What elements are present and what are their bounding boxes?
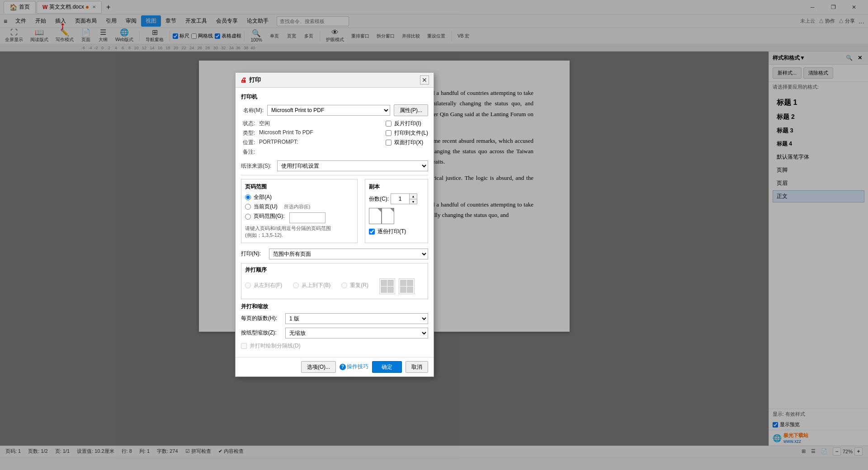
repeat-label: 重复(R) (350, 282, 368, 289)
current-page-label: 当前页(U) (254, 203, 278, 211)
duplex-row: 双面打印(X) (386, 139, 428, 146)
current-page-radio[interactable] (245, 204, 251, 210)
dialog-title-icon: 🖨 (240, 76, 246, 84)
dialog-content: 打印机 名称(M): Microsoft Print to PDF 属性(P).… (236, 88, 434, 357)
selection-label: 所选内容(E) (284, 203, 311, 210)
reverse-print-row: 反片打印(I) (386, 120, 428, 127)
direction-grid (379, 278, 395, 294)
current-page-row[interactable]: 当前页(U) 所选内容(E) (245, 203, 354, 211)
print-options: 反片打印(I) 打印到文件(L) 双面打印(X) (386, 120, 428, 158)
page-icon-2 (382, 208, 394, 224)
dividers-check[interactable] (241, 343, 247, 349)
type-value: Microsoft Print To PDF (259, 129, 313, 137)
dividers-label: 并打时绘制分隔线(D) (250, 342, 301, 350)
scale-row: 按纸型缩放(Z): 无缩放 (241, 328, 428, 338)
name-label: 名称(M): (241, 107, 264, 114)
hint-text: 请键入页码和/或用逗号分隔的页码范围(例如：1,3,5-12). (245, 225, 335, 239)
dir-cell-7 (400, 287, 406, 293)
print-to-file-check[interactable] (386, 130, 392, 136)
printer-select[interactable]: Microsoft Print to PDF (267, 105, 390, 116)
printer-section-title: 打印机 (241, 93, 428, 101)
pps-select[interactable]: 1 版 (285, 313, 428, 324)
copies-down-btn[interactable]: ▼ (410, 199, 417, 204)
print-order-section: 并打顺序 从左到右(F) 从上到下(B) 重复(R) (241, 263, 428, 299)
ltr-radio[interactable] (245, 282, 251, 288)
status-label: 状态: (243, 120, 259, 127)
dir-cell-6 (407, 280, 413, 286)
direction-grid2 (399, 278, 415, 294)
print-to-file-label: 打印到文件(L) (394, 129, 428, 137)
print-n-label: 打印(N): (241, 250, 264, 258)
copies-steppers: ▲ ▼ (409, 194, 417, 204)
range-copies-row: 页码范围 全部(A) 当前页(U) 所选内容(E) 页码范围(G): (241, 179, 428, 247)
dialog-close-btn[interactable]: ✕ (420, 75, 429, 85)
print-n-select[interactable]: 范围中所有页面 (269, 249, 428, 259)
dialog-titlebar: 🖨 打印 ✕ (236, 73, 434, 88)
properties-btn[interactable]: 属性(P)... (394, 104, 428, 116)
copies-input[interactable] (391, 194, 409, 204)
page-range-section: 页码范围 全部(A) 当前页(U) 所选内容(E) 页码范围(G): (241, 179, 358, 243)
repeat-row: 重复(R) (341, 277, 368, 294)
dividers-row: 并打时绘制分隔线(D) (241, 342, 428, 350)
dir-cell-8 (407, 287, 413, 293)
printer-info: 状态: 空闲 类型: Microsoft Print To PDF 位置: PO… (241, 120, 428, 158)
reverse-print-check[interactable] (386, 121, 392, 127)
print-dialog: 🖨 打印 ✕ 打印机 名称(M): Microsoft Print to PDF… (235, 72, 434, 377)
page-range-radio[interactable] (245, 214, 251, 220)
print-order-options: 从左到右(F) 从上到下(B) 重复(R) (245, 277, 424, 296)
page-range-row[interactable]: 页码范围(G): (245, 212, 354, 223)
ltr-label: 从左到右(F) (254, 282, 282, 289)
collate-label: 逐份打印(T) (377, 228, 406, 235)
ttb-radio[interactable] (293, 282, 299, 288)
dir-cell-3 (381, 287, 387, 293)
dir-cell-1 (381, 280, 387, 286)
dir-cell-4 (387, 287, 394, 293)
ok-btn[interactable]: 确定 (372, 361, 402, 373)
location-value: PORTPROMPT: (259, 139, 298, 146)
page-range-title: 页码范围 (245, 183, 354, 191)
pages-per-sheet-row: 每页的版数(H): 1 版 (241, 313, 428, 324)
comment-row: 备注: (243, 148, 313, 156)
scale-select[interactable]: 无缩放 (285, 328, 428, 338)
divider1 (241, 175, 428, 175)
all-pages-label: 全部(A) (254, 193, 272, 201)
copies-label: 份数(C): (369, 195, 389, 203)
print-dialog-overlay: 🖨 打印 ✕ 打印机 名称(M): Microsoft Print to PDF… (0, 0, 868, 470)
copies-preview (369, 208, 424, 224)
print-n-row: 打印(N): 范围中所有页面 (241, 249, 428, 259)
pps-label: 每页的版数(H): (241, 315, 282, 322)
dialog-title: 打印 (249, 76, 261, 84)
paper-source-row: 纸张来源(S): 使用打印机设置 (241, 160, 428, 171)
ttb-label: 从上到下(B) (302, 282, 330, 289)
all-pages-radio[interactable] (245, 194, 251, 200)
all-pages-row[interactable]: 全部(A) (245, 193, 354, 201)
repeat-radio[interactable] (341, 282, 347, 288)
ltr-row: 从左到右(F) (245, 277, 282, 294)
printer-name-row: 名称(M): Microsoft Print to PDF 属性(P)... (241, 104, 428, 116)
collate-check[interactable] (369, 229, 375, 235)
dialog-footer: 选项(O)... ? 操作技巧 确定 取消 (236, 357, 434, 376)
operate-tips-label: 操作技巧 (347, 363, 368, 371)
options-btn[interactable]: 选项(O)... (301, 361, 336, 373)
ttb-row: 从上到下(B) (293, 277, 330, 294)
copies-section: 副本 份数(C): ▲ ▼ (365, 179, 428, 243)
cancel-btn[interactable]: 取消 (406, 361, 428, 373)
scale-label: 按纸型缩放(Z): (241, 329, 282, 337)
duplex-check[interactable] (386, 140, 392, 146)
reverse-print-label: 反片打印(I) (394, 120, 421, 127)
location-row: 位置: PORTPROMPT: (243, 139, 313, 146)
page-range-label: 页码范围(G): (254, 212, 285, 220)
type-row: 类型: Microsoft Print To PDF (243, 129, 313, 137)
type-label: 类型: (243, 129, 259, 137)
copies-title: 副本 (369, 183, 424, 191)
copies-row: 份数(C): ▲ ▼ (369, 193, 424, 204)
print-order-title: 并打顺序 (245, 266, 424, 274)
help-tips-link[interactable]: ? 操作技巧 (340, 363, 368, 371)
copies-up-btn[interactable]: ▲ (410, 194, 417, 199)
direction-icons (379, 277, 415, 296)
collate-row: 逐份打印(T) (369, 228, 424, 235)
location-label2: 位置: (243, 139, 259, 146)
page-range-input[interactable] (289, 212, 326, 223)
status-row: 状态: 空闲 (243, 120, 313, 127)
paper-source-select[interactable]: 使用打印机设置 (277, 160, 428, 171)
